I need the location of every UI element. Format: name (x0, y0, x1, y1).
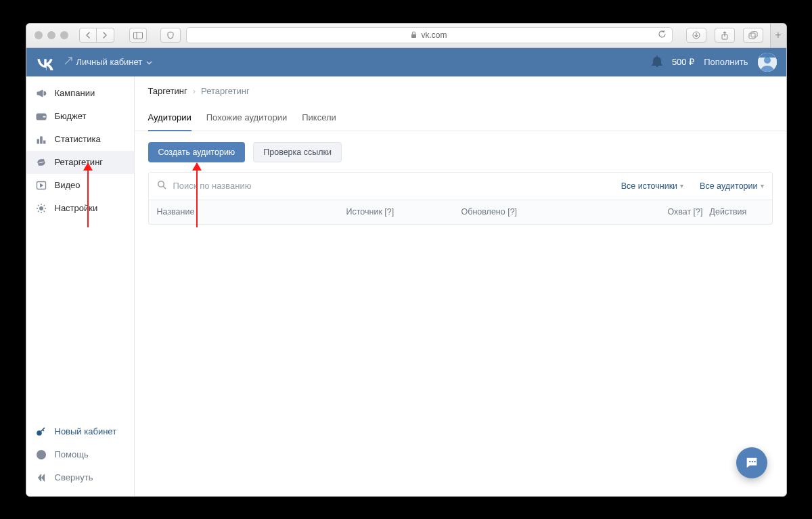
actions-row: Создать аудиторию Проверка ссылки (135, 131, 786, 172)
window-controls[interactable] (35, 31, 68, 39)
address-bar-area: vk.com (160, 27, 673, 43)
tab-lookalike[interactable]: Похожие аудитории (206, 106, 287, 131)
key-icon (36, 426, 47, 437)
nav-back-forward (79, 28, 114, 43)
privacy-report-button[interactable] (160, 28, 181, 43)
breadcrumb-current: Ретаргетинг (201, 86, 250, 96)
sidebar-item-retargeting[interactable]: Ретаргетинг (26, 151, 134, 174)
header-right: 500 ₽ Пополнить (652, 53, 777, 72)
audience-select-label: Все аудитории (700, 181, 757, 191)
sidebar-item-settings[interactable]: Настройки (26, 197, 134, 220)
share-button[interactable] (715, 28, 735, 43)
zoom-window-icon[interactable] (60, 31, 68, 39)
cabinet-label: Личный кабинет (76, 57, 143, 67)
create-audience-button[interactable]: Создать аудиторию (148, 142, 246, 162)
sidebar-toggle-button[interactable] (129, 28, 147, 43)
table-header: Название Источник [?] Обновлено [?] Охва… (148, 200, 773, 225)
svg-rect-0 (133, 32, 142, 39)
svg-rect-9 (758, 53, 777, 58)
check-link-button[interactable]: Проверка ссылки (253, 142, 342, 162)
tab-audiences[interactable]: Аудитории (148, 106, 191, 131)
col-source: Источник [?] (346, 207, 461, 217)
sidebar-item-label: Свернуть (55, 472, 93, 482)
vk-body: Кампании Бюджет Статистика Ретаргетинг (26, 76, 786, 496)
sidebar-item-label: Помощь (55, 449, 89, 459)
svg-point-16 (39, 206, 43, 210)
sidebar-item-campaigns[interactable]: Кампании (26, 82, 134, 105)
source-select[interactable]: Все источники ▾ (621, 181, 683, 191)
new-tab-button[interactable]: + (770, 23, 786, 47)
safari-window: vk.com + Личный каби (26, 23, 787, 497)
svg-point-17 (37, 431, 41, 435)
close-window-icon[interactable] (35, 31, 43, 39)
reload-icon[interactable] (658, 30, 667, 41)
chevron-down-icon: ▾ (680, 182, 683, 189)
address-bar[interactable]: vk.com (186, 27, 673, 43)
sidebar-new-cabinet[interactable]: Новый кабинет (26, 420, 134, 443)
url-host: vk.com (421, 30, 447, 40)
gear-icon (36, 203, 47, 214)
svg-point-22 (751, 460, 752, 461)
sidebar-item-label: Кампании (55, 88, 95, 98)
sidebar: Кампании Бюджет Статистика Ретаргетинг (26, 76, 135, 496)
back-button[interactable] (79, 28, 97, 43)
wallet-icon (36, 111, 47, 122)
forward-button[interactable] (97, 28, 114, 43)
annotation-arrow (196, 163, 198, 227)
vk-app: Личный кабинет 500 ₽ Пополнить (26, 48, 786, 496)
audience-select[interactable]: Все аудитории ▾ (700, 181, 763, 191)
vk-header: Личный кабинет 500 ₽ Пополнить (26, 48, 786, 76)
downloads-button[interactable] (686, 28, 706, 43)
chevron-down-icon (146, 57, 152, 67)
chevron-down-icon: ▾ (761, 182, 764, 189)
svg-point-19 (41, 456, 41, 457)
arrow-icon (64, 57, 72, 67)
sidebar-item-video[interactable]: Видео (26, 174, 134, 197)
svg-rect-12 (37, 139, 39, 143)
sidebar-item-label: Новый кабинет (55, 426, 117, 436)
minimize-window-icon[interactable] (47, 31, 55, 39)
col-actions: Действия (703, 207, 764, 217)
collapse-icon (36, 472, 47, 483)
sidebar-item-label: Бюджет (55, 111, 87, 121)
svg-rect-5 (749, 33, 755, 39)
sidebar-item-label: Видео (55, 180, 81, 190)
sidebar-item-budget[interactable]: Бюджет (26, 105, 134, 128)
bell-icon[interactable] (652, 55, 662, 69)
source-select-label: Все источники (621, 181, 677, 191)
chevron-right-icon: › (193, 86, 196, 96)
filter-bar: Все источники ▾ Все аудитории ▾ (148, 172, 773, 200)
svg-rect-14 (43, 141, 45, 143)
tabs-button[interactable] (743, 28, 763, 43)
retarget-icon (36, 157, 47, 168)
sidebar-collapse[interactable]: Свернуть (26, 466, 134, 489)
search-icon (157, 180, 166, 191)
avatar[interactable] (758, 53, 777, 72)
svg-point-21 (749, 460, 750, 461)
svg-rect-2 (411, 34, 416, 38)
svg-rect-13 (40, 137, 42, 143)
bars-icon (36, 134, 47, 145)
tab-pixels[interactable]: Пиксели (302, 106, 336, 131)
sidebar-item-stats[interactable]: Статистика (26, 128, 134, 151)
sidebar-help[interactable]: Помощь (26, 443, 134, 466)
tabs: Аудитории Похожие аудитории Пиксели (135, 103, 786, 131)
search-input[interactable] (173, 181, 605, 191)
cabinet-selector[interactable]: Личный кабинет (64, 57, 153, 67)
svg-rect-6 (751, 32, 757, 37)
browser-titlebar: vk.com + (26, 24, 786, 48)
breadcrumb: Таргетинг › Ретаргетинг (135, 76, 786, 103)
topup-link[interactable]: Пополнить (704, 57, 748, 67)
help-icon (36, 449, 47, 460)
svg-point-8 (764, 57, 771, 64)
breadcrumb-root[interactable]: Таргетинг (148, 86, 187, 96)
balance-label: 500 ₽ (672, 57, 694, 67)
svg-rect-11 (43, 116, 46, 118)
play-icon (36, 180, 47, 191)
svg-point-23 (754, 460, 755, 461)
vk-logo-icon[interactable] (36, 53, 55, 72)
chat-fab[interactable] (736, 447, 767, 478)
svg-point-20 (158, 181, 164, 187)
main-area: Таргетинг › Ретаргетинг Аудитории Похожи… (135, 76, 786, 496)
sidebar-item-label: Статистика (55, 134, 101, 144)
